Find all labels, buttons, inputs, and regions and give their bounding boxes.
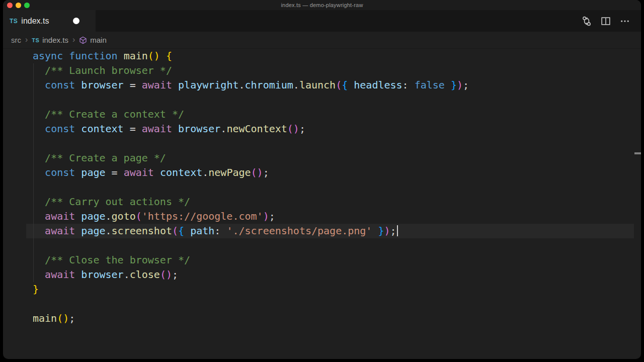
code-line[interactable]: const context = await browser.newContext… <box>33 122 641 136</box>
code-line[interactable]: /** Create a context */ <box>33 107 641 122</box>
chevron-right-icon: › <box>25 36 28 45</box>
code-token: } <box>451 79 457 91</box>
code-token: = <box>106 166 124 178</box>
code-token: . <box>202 166 208 178</box>
code-token: () <box>148 50 160 62</box>
typescript-file-icon: TS <box>10 18 18 25</box>
code-line[interactable]: const browser = await playwright.chromiu… <box>33 78 641 93</box>
code-token: ( <box>336 79 342 91</box>
code-token: function <box>69 50 117 62</box>
overview-ruler-cursor-mark <box>634 152 641 154</box>
code-token: () <box>160 268 172 281</box>
code-token <box>75 166 81 178</box>
code-line[interactable] <box>33 93 641 107</box>
code-token: screenshot <box>112 225 172 237</box>
code-token: main <box>33 312 57 324</box>
code-token: 'https://google.com' <box>142 210 263 222</box>
code-token: . <box>238 79 245 91</box>
code-token: . <box>106 210 112 222</box>
code-token: headless <box>354 79 402 91</box>
code-token: false <box>415 79 445 91</box>
code-token: . <box>106 225 112 237</box>
code-token: /** Carry out actions */ <box>33 196 190 208</box>
code-token <box>75 210 81 222</box>
breadcrumb-item-symbol[interactable]: main <box>79 36 107 44</box>
breadcrumb-item-file[interactable]: TS index.ts <box>32 36 68 44</box>
breadcrumb-item-src[interactable]: src <box>11 36 21 44</box>
split-editor-button[interactable] <box>600 15 612 27</box>
code-token: . <box>220 123 226 135</box>
code-line[interactable]: /** Launch browser */ <box>33 63 641 78</box>
code-token: newPage <box>208 166 251 178</box>
code-token: './screenshots/page.png' <box>226 225 372 237</box>
code-line[interactable] <box>33 297 641 311</box>
code-token <box>348 79 354 91</box>
code-token: ; <box>299 123 305 135</box>
code-token: await <box>142 123 172 135</box>
tab-index-ts[interactable]: TS index.ts <box>3 10 96 32</box>
code-line[interactable] <box>33 136 641 151</box>
code-token: ; <box>69 312 75 324</box>
code-token <box>33 268 45 281</box>
code-token <box>75 225 81 237</box>
code-token <box>75 123 81 135</box>
code-token: : <box>214 225 226 237</box>
titlebar[interactable]: index.ts — demo-playwright-raw <box>3 0 641 10</box>
open-changes-button[interactable] <box>581 15 593 27</box>
code-line[interactable]: await page.screenshot({ path: './screens… <box>33 224 641 238</box>
code-line[interactable] <box>33 180 641 195</box>
typescript-file-icon: TS <box>32 37 39 43</box>
code-token: /** Launch browser */ <box>33 64 172 76</box>
code-line[interactable]: async function main() { <box>33 49 641 63</box>
code-token <box>372 225 378 237</box>
code-token <box>75 79 81 91</box>
code-token: } <box>378 225 384 237</box>
code-token <box>33 210 45 222</box>
code-token: await <box>45 268 75 281</box>
code-token: /** Close the browser */ <box>33 254 190 266</box>
code-token: path <box>190 225 214 237</box>
code-token: await <box>45 210 75 222</box>
vscode-window: index.ts — demo-playwright-raw TS index.… <box>3 0 641 359</box>
code-line[interactable]: /** Create a page */ <box>33 151 641 165</box>
modified-dot-icon[interactable] <box>73 18 79 24</box>
code-editor[interactable]: async function main() { /** Launch brows… <box>3 49 641 359</box>
code-line[interactable]: /** Carry out actions */ <box>33 195 641 209</box>
code-area[interactable]: async function main() { /** Launch brows… <box>3 49 641 326</box>
code-token: () <box>57 312 69 324</box>
code-token <box>118 50 124 62</box>
code-token: = <box>124 79 142 91</box>
code-token: ; <box>263 166 269 178</box>
code-line[interactable]: const page = await context.newPage(); <box>33 165 641 180</box>
code-line[interactable]: await browser.close(); <box>33 267 641 282</box>
breadcrumb: src › TS index.ts › main <box>3 32 641 49</box>
window-title: index.ts — demo-playwright-raw <box>3 2 641 8</box>
code-token: { <box>178 225 184 237</box>
code-token: ) <box>384 225 390 237</box>
code-line[interactable]: main(); <box>33 311 641 326</box>
code-token: { <box>342 79 348 91</box>
code-token: ; <box>463 79 469 91</box>
code-token: const <box>45 123 75 135</box>
code-token: chromium <box>245 79 293 91</box>
code-token: ) <box>263 210 269 222</box>
code-line[interactable]: /** Close the browser */ <box>33 253 641 267</box>
more-actions-button[interactable] <box>619 15 631 27</box>
code-token: await <box>142 79 172 91</box>
code-token: page <box>81 166 105 178</box>
tab-label: index.ts <box>21 17 49 26</box>
code-token: main <box>124 50 148 62</box>
code-token: ; <box>269 210 275 222</box>
code-token: ; <box>390 225 396 237</box>
code-token <box>33 123 45 135</box>
code-token: async <box>33 50 63 62</box>
code-token: goto <box>112 210 136 222</box>
code-line[interactable]: await page.goto('https://google.com'); <box>33 209 641 224</box>
code-token: ; <box>172 268 178 281</box>
symbol-method-icon <box>79 36 87 44</box>
code-token <box>75 268 81 281</box>
code-token: context <box>160 166 202 178</box>
code-token: = <box>124 123 142 135</box>
code-line[interactable]: } <box>33 282 641 297</box>
code-line[interactable] <box>33 238 641 253</box>
